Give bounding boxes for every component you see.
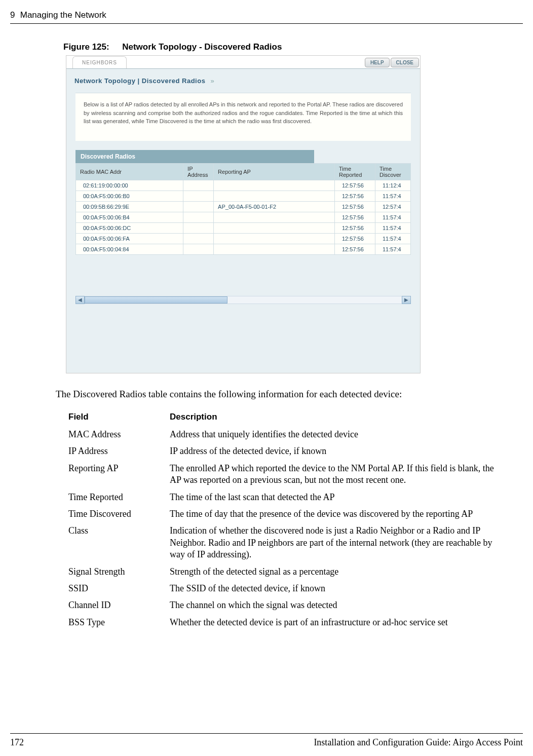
field-name: Time Reported [68,489,170,506]
field-header-description: Description [170,408,509,426]
table-row[interactable]: 00:0A:F5:00:06:B012:57:5611:57:4 [76,191,411,201]
table-row[interactable]: 02:61:19:00:00:0012:57:5611:12:4 [76,180,411,191]
field-name: BSS Type [68,614,170,631]
table-row[interactable]: 00:0A:F5:00:06:B412:57:5611:57:4 [76,212,411,222]
tab-neighbors[interactable]: NEIGHBORS [72,56,127,68]
cell-mac: 00:09:5B:66:29:9E [76,201,183,212]
breadcrumb-arrows-icon: » [210,77,214,85]
cell-reporting [214,180,335,191]
cell-discovered: 11:57:4 [375,222,411,233]
field-table-wrap: Field Description MAC AddressAddress tha… [68,408,523,631]
cell-ip [183,191,214,201]
help-button[interactable]: HELP [365,58,390,67]
field-row: IP AddressIP address of the detected dev… [68,443,509,460]
radios-table-region: Radio MAC Addr IP Address Reporting AP T… [75,163,411,255]
breadcrumb-main: Network Topology [74,77,135,85]
cell-mac: 00:0A:F5:00:04:84 [76,244,183,254]
screenshot-panel: NEIGHBORS HELP CLOSE Network Topology | … [66,55,421,373]
close-button[interactable]: CLOSE [391,58,419,67]
intro-text: Below is a list of AP radios detected by… [75,93,411,141]
intro-sentence: The Discovered Radios table contains the… [56,389,523,400]
scroll-left-icon[interactable]: ◀ [75,296,85,304]
table-header-row: Radio MAC Addr IP Address Reporting AP T… [76,163,411,180]
figure-title: Network Topology - Discovered Radios [122,42,282,52]
screenshot-body: Network Topology | Discovered Radios » B… [66,69,420,373]
chapter-number: 9 [10,10,15,20]
breadcrumb-sub: Discovered Radios [142,77,206,85]
cell-reported: 12:57:56 [335,222,375,233]
field-row: BSS TypeWhether the detected device is p… [68,614,509,631]
field-name: Channel ID [68,597,170,614]
field-row: Signal StrengthStrength of the detected … [68,563,509,580]
cell-reporting [214,191,335,201]
field-description-table: Field Description MAC AddressAddress tha… [68,408,509,631]
cell-ip [183,233,214,244]
chapter-title: Managing the Network [20,10,106,20]
field-row: Time DiscoveredThe time of day that the … [68,506,509,522]
scroll-thumb[interactable] [85,296,227,304]
field-description: The time of day that the presence of the… [170,506,509,522]
field-row: Reporting APThe enrolled AP which report… [68,460,509,489]
cell-reporting [214,222,335,233]
col-mac[interactable]: Radio MAC Addr [76,163,183,180]
field-row: SSIDThe SSID of the detected device, if … [68,580,509,597]
field-name: Signal Strength [68,563,170,580]
table-row[interactable]: 00:0A:F5:00:06:FA12:57:5611:57:4 [76,233,411,244]
page-footer: 172 Installation and Configuration Guide… [10,737,523,748]
field-description: Indication of whether the discovered nod… [170,522,509,563]
field-description: The enrolled AP which reported the devic… [170,460,509,489]
field-row: MAC AddressAddress that uniquely identif… [68,426,509,443]
cell-mac: 00:0A:F5:00:06:B4 [76,212,183,222]
scroll-track[interactable] [85,296,402,304]
field-name: IP Address [68,443,170,460]
footer-rule [10,733,523,734]
col-time-discovered[interactable]: Time Discover [375,163,411,180]
figure-label: Figure 125: [63,42,109,52]
guide-title: Installation and Configuration Guide: Ai… [314,737,523,748]
scroll-right-icon[interactable]: ▶ [402,296,411,304]
cell-reported: 12:57:56 [335,191,375,201]
cell-reported: 12:57:56 [335,212,375,222]
cell-reported: 12:57:56 [335,180,375,191]
table-row[interactable]: 00:09:5B:66:29:9EAP_00-0A-F5-00-01-F212:… [76,201,411,212]
page-number: 172 [10,737,24,748]
cell-reported: 12:57:56 [335,201,375,212]
page-header: 9 Managing the Network [0,0,533,20]
col-ip[interactable]: IP Address [183,163,214,180]
field-row: Channel IDThe channel on which the signa… [68,597,509,614]
breadcrumb: Network Topology | Discovered Radios » [66,77,420,90]
field-description: IP address of the detected device, if kn… [170,443,509,460]
col-time-reported[interactable]: Time Reported [335,163,375,180]
horizontal-scrollbar[interactable]: ◀ ▶ [75,295,411,305]
cell-discovered: 12:57:4 [375,201,411,212]
field-description: The SSID of the detected device, if know… [170,580,509,597]
field-row: ClassIndication of whether the discovere… [68,522,509,563]
cell-ip [183,244,214,254]
cell-mac: 00:0A:F5:00:06:FA [76,233,183,244]
cell-discovered: 11:57:4 [375,233,411,244]
field-name: SSID [68,580,170,597]
cell-ip [183,180,214,191]
cell-discovered: 11:57:4 [375,191,411,201]
field-header-field: Field [68,408,170,426]
table-row[interactable]: 00:0A:F5:00:04:8412:57:5611:57:4 [76,244,411,254]
cell-ip [183,201,214,212]
field-description: The time of the last scan that detected … [170,489,509,506]
cell-mac: 00:0A:F5:00:06:DC [76,222,183,233]
tab-bar: NEIGHBORS HELP CLOSE [66,56,420,69]
radios-table: Radio MAC Addr IP Address Reporting AP T… [75,163,411,255]
col-reporting[interactable]: Reporting AP [214,163,335,180]
cell-reporting [214,244,335,254]
figure-caption: Figure 125: Network Topology - Discovere… [63,42,533,52]
table-row[interactable]: 00:0A:F5:00:06:DC12:57:5611:57:4 [76,222,411,233]
field-name: MAC Address [68,426,170,443]
cell-reporting [214,233,335,244]
cell-ip [183,212,214,222]
field-description: Strength of the detected signal as a per… [170,563,509,580]
cell-reported: 12:57:56 [335,244,375,254]
cell-discovered: 11:57:4 [375,244,411,254]
header-rule [10,23,523,24]
cell-reported: 12:57:56 [335,233,375,244]
field-description: The channel on which the signal was dete… [170,597,509,614]
field-name: Reporting AP [68,460,170,489]
